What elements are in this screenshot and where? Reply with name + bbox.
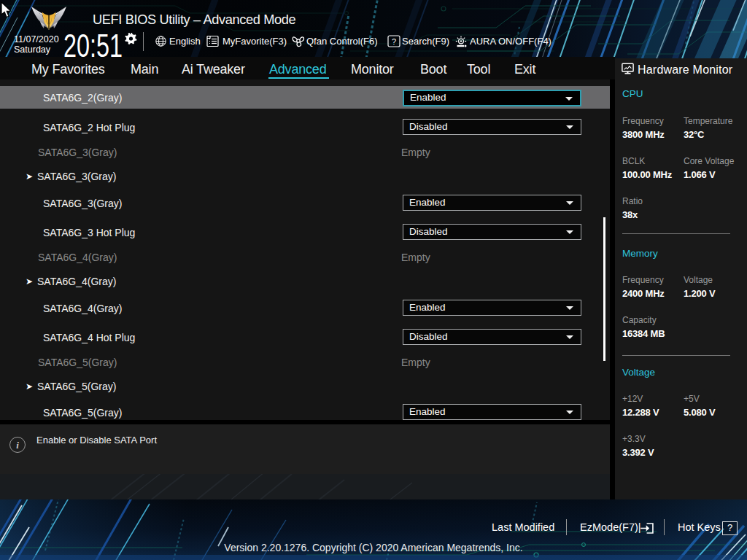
- svg-text:?: ?: [392, 37, 396, 46]
